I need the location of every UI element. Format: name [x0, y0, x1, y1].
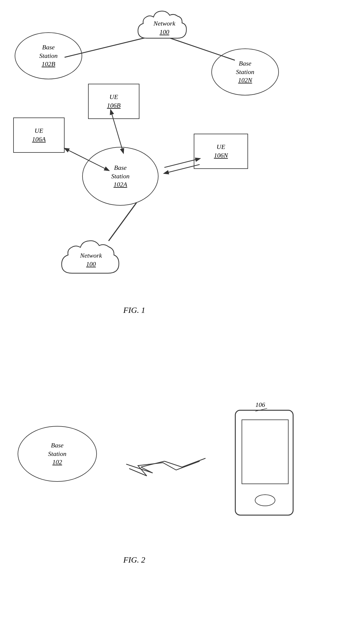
fig2-container: BaseStation 102 106 FIG. 2	[0, 332, 364, 631]
ue-106a: UE 106A	[13, 118, 65, 153]
network-top-cloud: Network 100	[135, 6, 194, 50]
base-station-102b: BaseStation 102B	[15, 32, 82, 79]
fig1-container: Network 100 BaseStation 102B BaseStation…	[0, 0, 364, 332]
ue-106n-label: UE 106N	[214, 143, 228, 160]
ue-106b-label: UE 106B	[107, 93, 120, 110]
base-station-102: BaseStation 102	[18, 426, 97, 482]
phone-home-button	[255, 494, 275, 506]
base-station-102a-label: BaseStation 102A	[111, 164, 129, 189]
ue-106n: UE 106N	[194, 134, 248, 169]
network-top-label: Network 100	[154, 19, 176, 36]
svg-line-9	[141, 461, 164, 467]
base-station-102n: BaseStation 102N	[211, 48, 279, 95]
network-bottom-label: Network 100	[80, 251, 102, 268]
svg-line-10	[164, 461, 182, 467]
network-bottom-cloud: Network 100	[59, 235, 123, 285]
base-station-102a: BaseStation 102A	[82, 147, 159, 206]
fig1-label: FIG. 1	[123, 306, 145, 315]
base-station-102b-label: BaseStation 102B	[39, 43, 58, 68]
ue-106b: UE 106B	[88, 84, 139, 119]
phone-screen	[242, 419, 289, 484]
base-station-102-label: BaseStation 102	[48, 441, 66, 466]
svg-line-11	[182, 458, 205, 467]
ue-106-phone	[235, 410, 294, 516]
base-station-102n-label: BaseStation 102N	[236, 59, 254, 85]
svg-line-8	[141, 467, 153, 473]
svg-line-7	[126, 464, 153, 473]
fig2-label: FIG. 2	[123, 555, 145, 565]
ue-106a-label: UE 106A	[32, 127, 45, 143]
ue-106-ref: 106	[255, 401, 265, 409]
